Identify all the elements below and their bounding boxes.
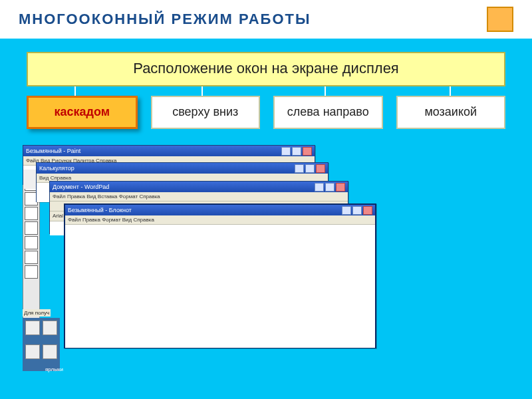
titlebar-paint: Безымянный - Paint [23, 146, 315, 156]
desktop-label: ярлыки [45, 366, 63, 372]
desktop-icon [43, 321, 57, 335]
max-icon[interactable] [305, 164, 315, 173]
window-controls [315, 183, 345, 192]
window-controls [342, 206, 372, 215]
max-icon[interactable] [352, 206, 362, 215]
connector-lines [27, 86, 505, 96]
titlebar-calc: Калькулятор [37, 163, 328, 174]
window-title: Безымянный - Блокнот [68, 205, 132, 215]
min-icon[interactable] [342, 206, 351, 215]
cascade-illustration: Безымянный - Paint Файл Вид Рисунок Пали… [23, 145, 382, 371]
titlebar-notepad: Безымянный - Блокнот [65, 205, 375, 215]
option-mosaic[interactable]: мозаикой [396, 96, 506, 129]
close-icon[interactable] [336, 183, 345, 192]
window-controls [295, 164, 325, 173]
menubar-notepad: Файл Правка Формат Вид Справка [65, 215, 375, 225]
min-icon[interactable] [315, 183, 324, 192]
window-title: Безымянный - Paint [26, 146, 80, 156]
diagram-header: Расположение окон на экране дисплея [27, 52, 505, 86]
window-title: Документ - WordPad [53, 182, 109, 192]
window-notepad: Безымянный - Блокнот Файл Правка Формат … [64, 203, 376, 348]
option-topdown[interactable]: сверху вниз [151, 96, 261, 129]
window-controls [281, 147, 312, 156]
header-bar: МНОГООКОННЫЙ РЕЖИМ РАБОТЫ [0, 0, 532, 39]
min-icon[interactable] [281, 147, 291, 156]
corner-nav-box[interactable] [487, 7, 513, 32]
min-icon[interactable] [295, 164, 304, 173]
desktop-label: Для получ [23, 309, 51, 317]
titlebar-wordpad: Документ - WordPad [50, 182, 348, 192]
window-title: Калькулятор [39, 163, 74, 174]
close-icon[interactable] [303, 147, 312, 156]
close-icon[interactable] [363, 206, 372, 215]
close-icon[interactable] [316, 164, 325, 173]
options-row: каскадом сверху вниз слева направо мозаи… [27, 96, 505, 129]
option-leftright[interactable]: слева направо [273, 96, 383, 129]
max-icon[interactable] [325, 183, 334, 192]
desktop-icon [25, 321, 40, 335]
option-cascade[interactable]: каскадом [27, 96, 138, 129]
desktop-strip [23, 318, 60, 371]
desktop-icon [43, 344, 57, 359]
desktop-icon [25, 344, 40, 359]
max-icon[interactable] [292, 147, 301, 156]
client-notepad [65, 225, 375, 348]
page-title: МНОГООКОННЫЙ РЕЖИМ РАБОТЫ [19, 11, 311, 28]
menubar-wordpad: Файл Правка Вид Вставка Формат Справка [50, 192, 348, 201]
